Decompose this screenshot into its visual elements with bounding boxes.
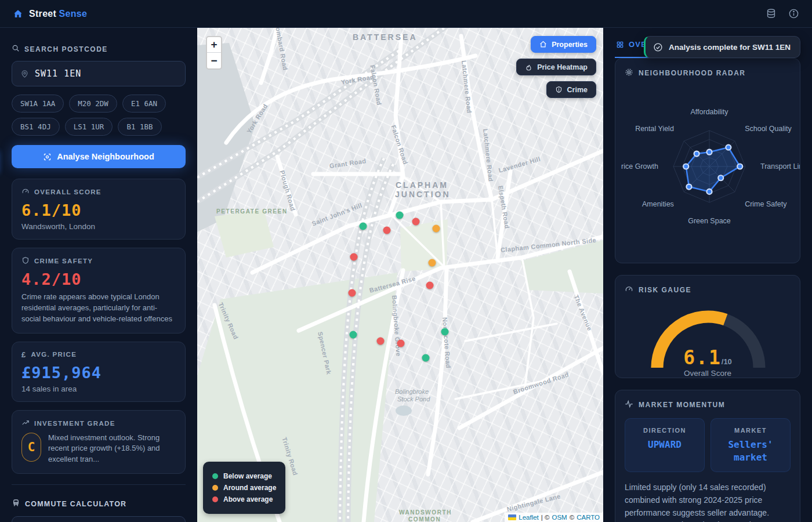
property-marker-orange[interactable]	[429, 259, 436, 267]
grid-icon	[616, 41, 624, 49]
house-icon	[539, 41, 547, 48]
postcode-input[interactable]	[35, 68, 177, 79]
gauge-icon	[21, 187, 30, 197]
chip-postcode[interactable]: BS1 4DJ	[12, 118, 60, 136]
postcode-chips: SW1A 1AA M20 2DW E1 6AN BS1 4DJ LS1 1UR …	[12, 95, 186, 136]
market-label: MARKET	[716, 427, 785, 434]
svg-text:Price Growth: Price Growth	[621, 162, 658, 171]
layer-crime-button[interactable]: Crime	[546, 81, 596, 98]
postcode-search-field[interactable]	[12, 61, 186, 86]
ukraine-flag-icon	[508, 514, 516, 520]
market-momentum-card: MARKET MOMENTUM DIRECTION UPWARD MARKET …	[615, 390, 800, 522]
layer-properties-button[interactable]: Properties	[531, 36, 596, 53]
neighbourhood-radar-card: NEIGHBOURHOOD RADAR AffordabilitySchool …	[615, 58, 800, 263]
investment-grade-label: INVESTMENT GRADE	[34, 420, 115, 427]
train-icon	[12, 499, 20, 509]
property-marker-red[interactable]	[377, 338, 385, 345]
radar-chart: AffordabilitySchool QualityTransport Lin…	[621, 78, 800, 252]
search-section-label: SEARCH POSTCODE	[12, 44, 186, 54]
analyse-neighbourhood-button[interactable]: Analyse Neighbourhood	[12, 145, 186, 168]
svg-text:Green Space: Green Space	[688, 217, 731, 225]
overall-score-label: OVERALL SCORE	[34, 188, 102, 195]
layer-heatmap-button[interactable]: Price Heatmap	[516, 59, 596, 75]
map-layer-buttons: Properties Price Heatmap Crime	[516, 36, 596, 98]
check-circle-icon	[653, 42, 663, 52]
property-marker-green[interactable]	[350, 331, 357, 339]
sidebar: SEARCH POSTCODE SW1A 1AA M20 2DW E1 6AN …	[0, 28, 197, 522]
momentum-description: Limited supply (only 14 sales recorded) …	[625, 481, 791, 522]
chip-postcode[interactable]: M20 2DW	[69, 95, 117, 113]
legend-above-label: Above average	[223, 495, 273, 503]
momentum-title: MARKET MOMENTUM	[639, 401, 725, 409]
property-marker-green[interactable]	[396, 212, 404, 219]
gauge-caption: Overall Score	[625, 369, 791, 378]
property-marker-green[interactable]	[360, 223, 367, 230]
commute-section: COMMUTE CALCULATOR Calculate Commute	[12, 484, 186, 522]
crime-safety-label: CRIME SAFETY	[34, 258, 93, 264]
info-icon[interactable]	[788, 8, 799, 19]
market-value: Sellers' market	[716, 438, 785, 463]
pound-icon: £	[21, 350, 27, 359]
map-attribution: Leaflet | © OSM © CARTO	[505, 513, 603, 522]
zoom-out-button[interactable]: −	[207, 53, 221, 68]
investment-grade-card: INVESTMENT GRADE C Mixed investment outl…	[12, 410, 186, 474]
svg-text:Rental Yield: Rental Yield	[635, 125, 674, 133]
map-features	[197, 28, 603, 522]
property-marker-red[interactable]	[397, 340, 405, 347]
svg-text:Crime Safety: Crime Safety	[745, 200, 787, 208]
legend-dot-below	[212, 473, 218, 479]
leaflet-link[interactable]: Leaflet	[519, 514, 539, 521]
svg-text:Affordability: Affordability	[690, 108, 728, 116]
property-marker-green[interactable]	[441, 328, 449, 336]
property-marker-red[interactable]	[349, 289, 356, 297]
toast-message: Analysis complete for SW11 1EN	[669, 43, 791, 52]
database-icon[interactable]	[766, 8, 777, 19]
osm-link[interactable]: OSM	[552, 514, 567, 521]
chip-postcode[interactable]: SW1A 1AA	[12, 95, 64, 113]
trending-up-icon	[21, 419, 30, 428]
chip-postcode[interactable]: LS1 1UR	[65, 118, 113, 136]
right-panel: OVERVIEW Analysis complete for SW11 1EN …	[603, 28, 812, 522]
legend-around-label: Around average	[223, 484, 276, 492]
map[interactable]: BATTERSEACLAPHAMJUNCTIONPETERGATE GREENW…	[197, 28, 603, 522]
property-marker-red[interactable]	[426, 282, 434, 289]
chip-postcode[interactable]: B1 1BB	[118, 118, 161, 136]
grade-badge: C	[21, 433, 41, 462]
direction-stat: DIRECTION UPWARD	[625, 418, 705, 472]
property-marker-orange[interactable]	[433, 225, 440, 233]
map-legend: Below average Around average Above avera…	[203, 462, 285, 514]
direction-label: DIRECTION	[630, 427, 699, 434]
brand: Street Sense	[13, 9, 87, 19]
map-pin-icon	[20, 70, 29, 78]
navbar: Street Sense	[0, 0, 812, 28]
map-zoom-control: + −	[206, 36, 222, 70]
svg-text:Amenities: Amenities	[642, 200, 674, 208]
shield-alert-icon	[555, 86, 563, 93]
flame-icon	[525, 63, 532, 71]
svg-text:Transport Link: Transport Link	[760, 162, 800, 171]
activity-icon	[625, 400, 633, 410]
market-stat: MARKET Sellers' market	[710, 418, 791, 472]
property-marker-red[interactable]	[383, 227, 391, 234]
property-marker-green[interactable]	[422, 354, 430, 362]
zoom-in-button[interactable]: +	[207, 37, 221, 53]
overall-score-sub: Wandsworth, London	[21, 222, 176, 231]
property-marker-red[interactable]	[412, 218, 420, 226]
search-icon	[12, 44, 20, 54]
crime-safety-card: CRIME SAFETY 4.2/10 Crime rate appears a…	[12, 248, 186, 334]
legend-below-label: Below average	[223, 472, 272, 480]
crime-safety-desc: Crime rate appears above typical London …	[21, 292, 176, 325]
home-logo-icon	[13, 9, 23, 19]
scan-icon	[43, 153, 52, 161]
brand-primary: Street	[29, 9, 56, 19]
direction-value: UPWARD	[630, 438, 699, 451]
svg-text:School Quality: School Quality	[745, 125, 792, 133]
chip-postcode[interactable]: E1 6AN	[122, 95, 166, 113]
work-postcode-input[interactable]	[12, 516, 186, 522]
legend-dot-above	[212, 496, 218, 502]
property-marker-red[interactable]	[350, 253, 358, 261]
risk-gauge-chart: 6.1/10 Overall Score	[625, 298, 791, 379]
shield-icon	[21, 256, 30, 266]
carto-link[interactable]: CARTO	[577, 514, 600, 521]
target-icon	[625, 68, 633, 78]
